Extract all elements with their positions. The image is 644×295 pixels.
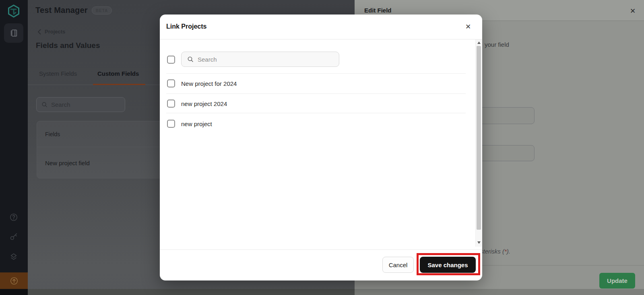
edit-field-title: Edit Field [364,7,392,14]
chevron-left-icon [37,29,41,35]
fields-search-box[interactable] [36,97,125,112]
project-checkbox[interactable] [167,79,175,87]
sidebar [0,0,28,295]
list-divider [166,73,466,74]
scroll-down-arrow-icon[interactable] [477,241,481,244]
breadcrumb[interactable]: Projects [37,29,65,35]
test-manager-logo-icon[interactable] [6,4,21,19]
modal-scrollbar[interactable] [475,39,482,247]
modal-footer-divider [160,249,482,250]
project-checkbox[interactable] [167,100,175,108]
scrollbar-thumb[interactable] [477,46,481,230]
breadcrumb-label: Projects [45,29,65,35]
cancel-button[interactable]: Cancel [382,257,414,273]
sidebar-bottom-strip [0,289,28,295]
screen: Test Manager BETA Projects Fields and Va… [0,0,644,295]
project-item-label[interactable]: new project 2024 [181,100,227,107]
key-icon[interactable] [9,232,18,241]
modal-search-box[interactable] [181,52,339,67]
close-icon[interactable]: ✕ [627,6,638,16]
link-projects-modal: Link Projects ✕ New project for 2024 new… [160,15,482,280]
project-item-label[interactable]: New project for 2024 [181,80,237,87]
arrow-up-circle-icon [10,276,19,285]
notebook-icon [9,29,18,37]
save-changes-button[interactable]: Save changes [420,257,476,273]
project-item-label[interactable]: new project [181,120,212,127]
list-divider [166,113,466,113]
help-icon[interactable] [9,213,18,222]
edit-field-description-fragment: your field [485,41,509,48]
fields-search-input[interactable] [51,101,131,108]
modal-title: Link Projects [166,23,206,30]
panel-bottom-band [355,289,644,295]
close-icon[interactable]: ✕ [462,21,474,32]
page-title: Fields and Values [36,41,100,50]
app-title: Test Manager [35,6,88,15]
app-header: Test Manager BETA [35,6,112,15]
select-all-checkbox[interactable] [167,56,175,64]
tab-system-fields[interactable]: System Fields [39,70,77,77]
beta-badge: BETA [92,6,112,15]
upgrade-banner[interactable] [0,272,28,289]
list-divider [166,93,466,94]
update-button[interactable]: Update [599,273,635,289]
tab-custom-fields[interactable]: Custom Fields [97,70,139,77]
modal-header-divider [160,39,482,39]
modal-search-input[interactable] [198,56,333,63]
sidebar-item-projects[interactable] [4,23,23,43]
search-icon [41,102,47,108]
scroll-up-arrow-icon[interactable] [477,42,481,44]
layers-icon[interactable] [9,252,18,261]
required-fields-note: sterisks (*). [480,248,510,255]
active-tab-underline [93,84,145,85]
search-icon [187,56,194,62]
project-checkbox[interactable] [167,120,175,128]
